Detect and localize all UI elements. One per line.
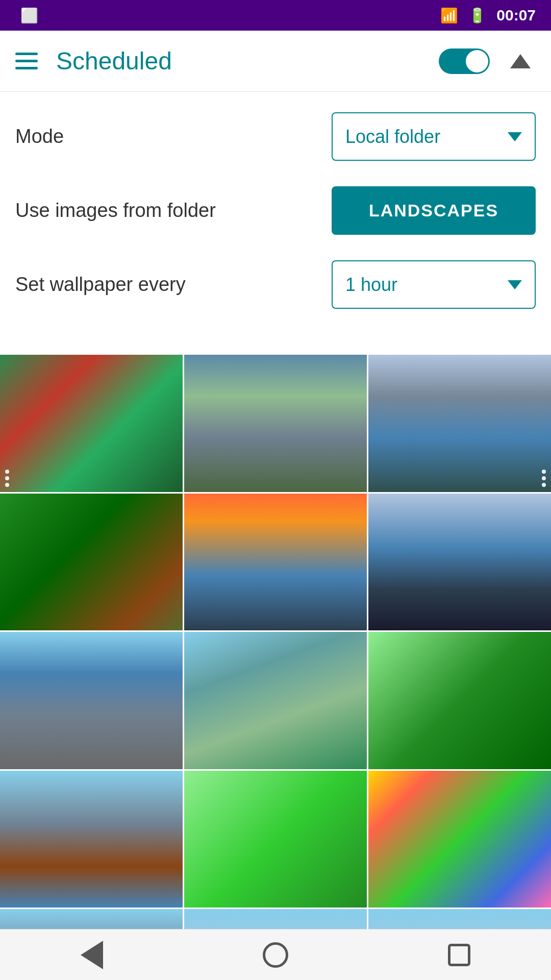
list-item[interactable] <box>0 771 183 908</box>
status-bar: ⬜ 📶 🔋 00:07 <box>0 0 551 31</box>
interval-row: Set wallpaper every 1 hour <box>15 260 536 309</box>
photo-thumbnail <box>184 771 367 908</box>
home-icon <box>263 942 288 968</box>
mode-value: Local folder <box>345 126 440 148</box>
hamburger-line-1 <box>15 53 38 55</box>
interval-dropdown-arrow-icon <box>508 280 522 289</box>
photo-thumbnail <box>184 494 367 631</box>
list-item[interactable] <box>184 494 367 631</box>
chevron-up-icon <box>510 54 531 68</box>
recents-icon <box>448 944 470 966</box>
photo-thumbnail <box>368 771 551 908</box>
photo-thumbnail <box>0 494 183 631</box>
more-options-button[interactable] <box>542 470 546 487</box>
app-title: Scheduled <box>56 47 439 75</box>
photo-thumbnail <box>184 355 367 492</box>
photo-thumbnail <box>0 355 183 492</box>
status-time: 00:07 <box>496 7 536 24</box>
schedule-toggle[interactable] <box>439 48 490 74</box>
folder-label: Use images from folder <box>15 200 332 222</box>
folder-row: Use images from folder LANDSCAPES <box>15 186 536 235</box>
image-grid <box>0 355 551 980</box>
interval-dropdown[interactable]: 1 hour <box>332 260 536 309</box>
list-item[interactable] <box>0 632 183 769</box>
list-item[interactable] <box>0 355 183 492</box>
back-button[interactable] <box>71 935 112 975</box>
signal-icon: 📶 <box>440 7 458 24</box>
list-item[interactable] <box>368 355 551 492</box>
schedule-toggle-container <box>439 48 490 74</box>
recents-button[interactable] <box>439 935 480 975</box>
back-icon <box>81 941 103 969</box>
interval-value: 1 hour <box>345 274 397 296</box>
toggle-knob <box>466 50 488 72</box>
collapse-button[interactable] <box>505 46 536 77</box>
photo-thumbnail <box>0 632 183 769</box>
menu-button[interactable] <box>15 46 46 77</box>
folder-button-text: LANDSCAPES <box>369 201 498 220</box>
nav-bar <box>0 929 551 980</box>
list-item[interactable] <box>184 632 367 769</box>
menu-dot-icon <box>542 476 546 480</box>
list-item[interactable] <box>368 771 551 908</box>
interval-label: Set wallpaper every <box>15 274 332 296</box>
photo-thumbnail <box>368 632 551 769</box>
hamburger-line-3 <box>15 67 38 69</box>
more-options-button[interactable] <box>5 470 9 487</box>
copy-icon: ⬜ <box>20 7 38 24</box>
settings-section: Mode Local folder Use images from folder… <box>0 92 551 355</box>
home-button[interactable] <box>255 935 296 975</box>
mode-dropdown[interactable]: Local folder <box>332 112 536 161</box>
list-item[interactable] <box>368 494 551 631</box>
menu-dot-icon <box>5 476 9 480</box>
mode-dropdown-arrow-icon <box>508 132 522 141</box>
photo-thumbnail <box>368 494 551 631</box>
folder-select-button[interactable]: LANDSCAPES <box>332 186 536 235</box>
app-bar: Scheduled <box>0 31 551 92</box>
menu-dot-icon <box>5 470 9 474</box>
photo-thumbnail <box>0 771 183 908</box>
mode-row: Mode Local folder <box>15 112 536 161</box>
list-item[interactable] <box>184 355 367 492</box>
list-item[interactable] <box>0 494 183 631</box>
photo-thumbnail <box>184 632 367 769</box>
menu-dot-icon <box>542 483 546 487</box>
status-bar-left: ⬜ <box>15 7 430 24</box>
mode-label: Mode <box>15 126 332 148</box>
list-item[interactable] <box>184 771 367 908</box>
hamburger-line-2 <box>15 60 38 62</box>
photo-thumbnail <box>368 355 551 492</box>
menu-dot-icon <box>542 470 546 474</box>
list-item[interactable] <box>368 632 551 769</box>
battery-icon: 🔋 <box>468 7 486 24</box>
menu-dot-icon <box>5 483 9 487</box>
